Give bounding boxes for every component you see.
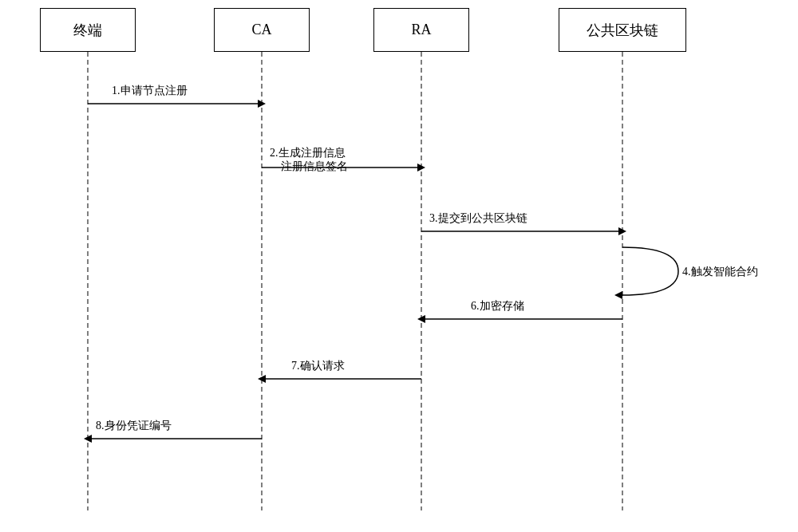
actor-terminal: 终端 (40, 8, 136, 52)
svg-text:3.提交到公共区块链: 3.提交到公共区块链 (429, 212, 527, 224)
svg-marker-23 (84, 435, 92, 443)
svg-marker-8 (417, 164, 425, 171)
svg-text:8.身份凭证编号: 8.身份凭证编号 (96, 420, 172, 432)
diagram-container: 终端 CA RA 公共区块链 1.申请节点注册 2.生成注册信息 注册信息签名 … (0, 0, 798, 532)
svg-text:注册信息签名: 注册信息签名 (281, 160, 348, 172)
sequence-diagram-svg: 1.申请节点注册 2.生成注册信息 注册信息签名 3.提交到公共区块链 4.触发… (0, 0, 798, 532)
svg-marker-20 (258, 375, 266, 383)
actor-ca: CA (214, 8, 310, 52)
svg-text:1.申请节点注册: 1.申请节点注册 (112, 85, 188, 97)
actor-ra: RA (373, 8, 469, 52)
svg-marker-5 (258, 100, 266, 108)
svg-text:7.确认请求: 7.确认请求 (291, 360, 345, 372)
svg-marker-12 (618, 227, 626, 235)
actor-blockchain: 公共区块链 (559, 8, 686, 52)
svg-marker-14 (614, 291, 622, 299)
svg-text:4.触发智能合约: 4.触发智能合约 (682, 266, 758, 278)
svg-text:6.加密存储: 6.加密存储 (471, 300, 524, 312)
svg-marker-17 (417, 315, 425, 323)
svg-text:2.生成注册信息: 2.生成注册信息 (270, 147, 346, 159)
